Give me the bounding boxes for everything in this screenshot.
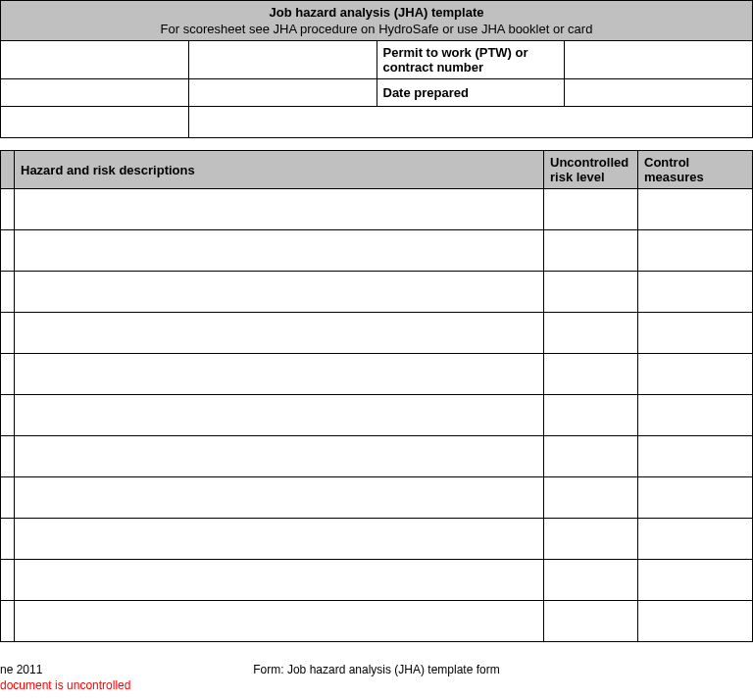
table-cell[interactable] <box>638 230 753 272</box>
table-cell[interactable] <box>1 436 15 477</box>
table-cell[interactable] <box>15 395 544 436</box>
table-row <box>1 601 753 642</box>
table-cell[interactable] <box>638 354 753 395</box>
table-cell[interactable] <box>1 395 15 436</box>
table-cell[interactable] <box>1 601 15 642</box>
header-info-table: Job hazard analysis (JHA) template For s… <box>0 0 753 138</box>
table-cell[interactable] <box>15 272 544 313</box>
header-hazard: Hazard and risk descriptions <box>15 151 544 189</box>
table-row <box>1 272 753 313</box>
form-title: Job hazard analysis (JHA) template <box>7 5 746 20</box>
table-row <box>1 477 753 519</box>
table-row <box>1 560 753 601</box>
date-label: Date prepared <box>376 79 565 107</box>
table-cell[interactable] <box>15 519 544 560</box>
footer-form-name: Form: Job hazard analysis (JHA) template… <box>0 663 753 676</box>
table-cell[interactable] <box>1 230 15 272</box>
table-cell[interactable] <box>544 477 638 519</box>
table-cell[interactable] <box>1 313 15 354</box>
description-cell[interactable] <box>188 107 752 138</box>
table-cell[interactable] <box>544 560 638 601</box>
table-cell[interactable] <box>1 354 15 395</box>
table-row <box>1 189 753 230</box>
table-cell[interactable] <box>1 560 15 601</box>
table-cell[interactable] <box>1 189 15 230</box>
permit-label: Permit to work (PTW) or contract number <box>376 41 565 79</box>
table-cell[interactable] <box>638 395 753 436</box>
table-cell[interactable] <box>544 436 638 477</box>
header-control: Control measures <box>638 151 753 189</box>
table-cell[interactable] <box>1 477 15 519</box>
title-cell: Job hazard analysis (JHA) template For s… <box>1 1 753 41</box>
blank-cell-1[interactable] <box>1 41 189 79</box>
table-header-row: Hazard and risk descriptions Uncontrolle… <box>1 151 753 189</box>
table-row <box>1 230 753 272</box>
table-cell[interactable] <box>638 313 753 354</box>
table-cell[interactable] <box>1 519 15 560</box>
table-row <box>1 395 753 436</box>
table-cell[interactable] <box>544 230 638 272</box>
table-cell[interactable] <box>638 272 753 313</box>
table-cell[interactable] <box>15 436 544 477</box>
table-cell[interactable] <box>638 189 753 230</box>
table-cell[interactable] <box>544 519 638 560</box>
table-cell[interactable] <box>15 560 544 601</box>
table-cell[interactable] <box>15 354 544 395</box>
table-cell[interactable] <box>638 601 753 642</box>
table-cell[interactable] <box>544 395 638 436</box>
table-cell[interactable] <box>1 272 15 313</box>
table-cell[interactable] <box>15 230 544 272</box>
table-cell[interactable] <box>15 601 544 642</box>
spacer <box>0 138 753 150</box>
table-cell[interactable] <box>15 313 544 354</box>
table-cell[interactable] <box>15 477 544 519</box>
blank-cell-4[interactable] <box>188 79 376 107</box>
header-num <box>1 151 15 189</box>
table-cell[interactable] <box>15 189 544 230</box>
blank-cell-2[interactable] <box>188 41 376 79</box>
table-cell[interactable] <box>544 189 638 230</box>
table-cell[interactable] <box>638 560 753 601</box>
table-cell[interactable] <box>544 354 638 395</box>
hazard-data-table: Hazard and risk descriptions Uncontrolle… <box>0 150 753 642</box>
form-subtitle: For scoresheet see JHA procedure on Hydr… <box>7 22 746 36</box>
table-cell[interactable] <box>544 601 638 642</box>
table-cell[interactable] <box>638 477 753 519</box>
table-row <box>1 436 753 477</box>
footer-warning: document is uncontrolled <box>0 678 130 692</box>
table-cell[interactable] <box>544 313 638 354</box>
date-value[interactable] <box>565 79 753 107</box>
table-cell[interactable] <box>638 436 753 477</box>
blank-cell-5[interactable] <box>1 107 189 138</box>
blank-cell-3[interactable] <box>1 79 189 107</box>
table-cell[interactable] <box>638 519 753 560</box>
table-row <box>1 313 753 354</box>
permit-value[interactable] <box>565 41 753 79</box>
table-row <box>1 354 753 395</box>
table-row <box>1 519 753 560</box>
header-risk: Uncontrolled risk level <box>544 151 638 189</box>
table-cell[interactable] <box>544 272 638 313</box>
